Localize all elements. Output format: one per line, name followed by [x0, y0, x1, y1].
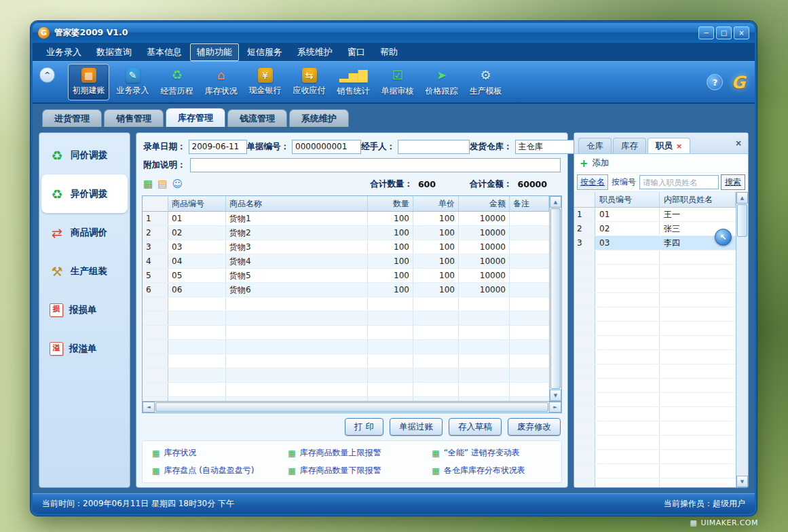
calculator-icon[interactable]: ▤: [157, 178, 167, 190]
horizontal-scroll-thumb[interactable]: [155, 402, 548, 412]
filter-by-name-button[interactable]: 按全名: [577, 174, 608, 190]
staff-row[interactable]: [574, 322, 736, 336]
help-icon[interactable]: ?: [707, 74, 723, 90]
menu-item-system-maintenance[interactable]: 系统维护: [290, 43, 339, 61]
items-table-row[interactable]: 606货物610010010000: [143, 283, 549, 297]
staff-row[interactable]: 101王一: [574, 208, 736, 222]
staff-vertical-scrollbar[interactable]: ▲ ▼: [736, 192, 748, 487]
date-input[interactable]: [189, 140, 247, 154]
close-button[interactable]: ×: [734, 26, 749, 39]
maximize-button[interactable]: □: [716, 26, 732, 39]
minimize-button[interactable]: ─: [698, 26, 714, 39]
toolbar-sales-statistics-button[interactable]: ▂▅▇销售统计: [333, 64, 374, 100]
staff-row[interactable]: [574, 336, 736, 350]
quick-link-inventory-status[interactable]: ▦库存状况: [152, 447, 288, 459]
menu-item-sms-service[interactable]: 短信服务: [240, 43, 289, 61]
items-column-header[interactable]: 商品编号: [168, 196, 226, 211]
staff-column-header[interactable]: 内部职员姓名: [660, 192, 736, 207]
menu-item-window-menu[interactable]: 窗口: [341, 43, 372, 61]
print-button[interactable]: 打 印: [345, 418, 383, 436]
tab-close-icon[interactable]: ×: [676, 142, 682, 151]
menu-item-auxiliary-functions[interactable]: 辅助功能: [190, 43, 239, 61]
staff-row[interactable]: [574, 478, 736, 487]
scroll-right-icon[interactable]: ►: [549, 402, 561, 413]
staff-row[interactable]: [574, 250, 736, 265]
tab-system-maintenance[interactable]: 系统维护: [289, 109, 349, 127]
items-table-row[interactable]: [143, 397, 549, 401]
items-table-row[interactable]: [143, 311, 549, 326]
toolbar-price-tracking-button[interactable]: ➤价格跟踪: [421, 64, 462, 100]
staff-row[interactable]: [574, 464, 736, 478]
staff-row[interactable]: 303李四: [574, 236, 736, 250]
staff-row[interactable]: 202张三: [574, 222, 736, 236]
menu-item-help-menu[interactable]: 帮助: [373, 43, 405, 61]
tab-purchase-management[interactable]: 进货管理: [42, 109, 102, 127]
staff-row[interactable]: [574, 421, 736, 436]
discard-changes-button[interactable]: 废弃修改: [508, 418, 561, 436]
staff-row[interactable]: [574, 350, 736, 364]
items-table-row[interactable]: 101货物110010010000: [143, 212, 549, 226]
staff-search-input[interactable]: [639, 175, 719, 189]
sidebar-item-production-assembly[interactable]: ⚒生产组装: [39, 252, 130, 290]
toolbar-business-history-button[interactable]: ♻经营历程: [156, 64, 198, 100]
doc-no-input[interactable]: [292, 140, 361, 154]
toolbar-document-audit-button[interactable]: ☑单据审核: [377, 64, 418, 100]
toolbar-cash-bank-button[interactable]: ¥现金银行: [244, 64, 286, 100]
quick-link-almighty-invoicing-change-table[interactable]: ▦“全能” 进销存变动表: [432, 447, 552, 459]
items-table-row[interactable]: [143, 383, 549, 397]
tab-cashflow-management[interactable]: 钱流管理: [227, 109, 287, 127]
tab-sales-management[interactable]: 销售管理: [104, 109, 164, 127]
items-table-row[interactable]: [143, 368, 549, 383]
staff-row[interactable]: [574, 279, 736, 293]
staff-row[interactable]: [574, 393, 736, 407]
items-table-row[interactable]: 404货物410010010000: [143, 254, 549, 269]
quick-link-stock-count[interactable]: ▦库存盘点 (自动盘盈盘亏): [152, 465, 288, 476]
sidebar-item-diff-price-transfer[interactable]: ♻异价调拨: [41, 174, 128, 213]
staff-row[interactable]: [574, 450, 736, 464]
quick-link-stock-upper-limit-alert[interactable]: ▦库存商品数量上限报警: [288, 447, 432, 459]
staff-row[interactable]: [574, 407, 736, 421]
toolbar-production-template-button[interactable]: ⚙生产模板: [465, 64, 506, 100]
menu-item-basic-info[interactable]: 基本信息: [140, 43, 189, 61]
items-column-header[interactable]: 数量: [368, 196, 413, 211]
grid-table-icon[interactable]: ▦: [143, 178, 153, 190]
tab-inventory-management[interactable]: 库存管理: [166, 108, 225, 127]
panel-close-icon[interactable]: ×: [733, 138, 744, 150]
post-document-button[interactable]: 单据过账: [390, 418, 443, 436]
collapse-toolbar-button[interactable]: ^: [39, 67, 55, 83]
menu-item-data-query[interactable]: 数据查询: [90, 43, 138, 61]
items-column-header[interactable]: 商品名称: [226, 196, 368, 211]
staff-picker-icon[interactable]: ☺: [172, 178, 183, 190]
panel-tab-staff[interactable]: 职员×: [648, 138, 690, 153]
sidebar-item-loss-report[interactable]: 损报损单: [39, 290, 130, 329]
title-bar[interactable]: G 管家婆2009 V1.0 ─ □ ×: [33, 23, 755, 43]
items-vertical-scrollbar[interactable]: ▲ ▼: [549, 196, 561, 401]
staff-row[interactable]: [574, 379, 736, 393]
scroll-down-icon[interactable]: ▼: [736, 476, 748, 487]
items-table-row[interactable]: 505货物510010010000: [143, 269, 549, 283]
sidebar-item-product-price-adjust[interactable]: ⇄商品调价: [39, 213, 130, 252]
items-table-row[interactable]: [143, 297, 549, 311]
panel-tab-warehouse[interactable]: 仓库: [578, 138, 612, 153]
handler-input[interactable]: [398, 140, 470, 154]
items-table-row[interactable]: [143, 340, 549, 354]
items-table-row[interactable]: 202货物210010010000: [143, 226, 549, 240]
scroll-up-icon[interactable]: ▲: [550, 196, 561, 208]
items-horizontal-scrollbar[interactable]: ◄ ►: [142, 402, 562, 413]
quick-link-stock-lower-limit-alert[interactable]: ▦库存商品数量下限报警: [288, 465, 432, 476]
staff-row[interactable]: [574, 307, 736, 322]
items-table-row[interactable]: [143, 326, 549, 340]
scroll-down-icon[interactable]: ▼: [550, 390, 561, 401]
staff-row[interactable]: [574, 364, 736, 379]
sidebar-item-overflow-report[interactable]: 溢报溢单: [39, 329, 130, 368]
note-input[interactable]: [190, 158, 561, 172]
scroll-left-icon[interactable]: ◄: [143, 402, 155, 413]
menu-item-business-entry[interactable]: 业务录入: [39, 43, 88, 61]
staff-row[interactable]: [574, 436, 736, 450]
toolbar-inventory-status-button[interactable]: ⌂库存状况: [200, 64, 242, 100]
vertical-scroll-thumb[interactable]: [550, 208, 561, 389]
staff-scroll-thumb[interactable]: [737, 204, 747, 237]
add-staff-row[interactable]: + 添加: [574, 154, 748, 173]
quick-link-warehouse-distribution-table[interactable]: ▦各仓库库存分布状况表: [432, 465, 552, 476]
items-table-row[interactable]: [143, 354, 549, 368]
